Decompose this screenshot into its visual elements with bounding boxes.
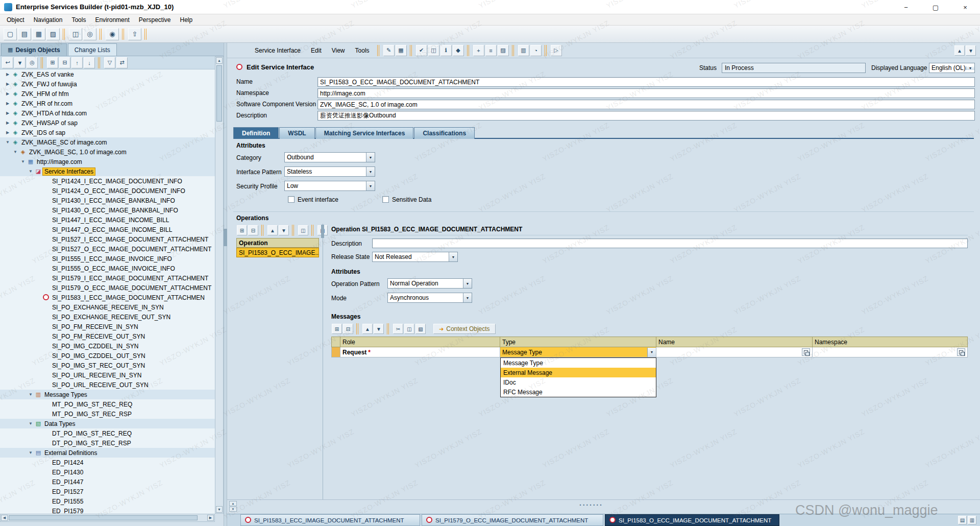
tree-label[interactable]: SI_PI1447_I_ECC_IMAGE_INCOME_BILL [50,216,171,224]
swap-view-icon[interactable]: ⇄ [116,57,128,68]
tree-label[interactable]: ED_PI1579 [50,507,85,514]
dropdown-option-external-message[interactable]: External Message [501,368,656,377]
search-icon[interactable]: ◎ [83,28,96,40]
dropdown-button-icon[interactable] [463,279,472,288]
tree-label[interactable]: ED_PI1527 [50,488,85,496]
tree-label[interactable]: SI_PO_URL_RECEIVE_IN_SYN [50,371,143,379]
tree-label[interactable]: SI_PO_URL_RECEIVE_OUT_SYN [50,381,151,389]
check-icon[interactable]: ✔ [416,45,427,56]
name-field[interactable]: SI_PI1583_O_ECC_IMAGE_DOCUMENT_ATTACHMEN… [317,77,975,87]
tree-label[interactable]: SI_PI1424_O_ECC_IMAGE_DOCUMENT_INFO [50,187,187,195]
tree-row[interactable]: ▼▥Message Types [0,390,215,399]
menu-environment[interactable]: Environment [90,15,134,25]
navigate-up-icon[interactable]: ⇧ [128,28,141,40]
tree-label[interactable]: SI_PI1579_I_ECC_IMAGE_DOCUMENT_ATTACHMEN… [50,274,210,282]
tree-row[interactable]: MT_PO_IMG_ST_REC_RSP [0,409,215,419]
tree-label[interactable]: DT_PO_IMG_ST_REC_RSP [50,439,133,447]
dropdown-option-rfc-message[interactable]: RFC Message [501,387,656,397]
operations-splitter-handle[interactable] [321,225,324,238]
tree-label[interactable]: SI_PI1527_I_ECC_IMAGE_DOCUMENT_ATTACHMEN… [50,235,210,244]
splitter-up-icon[interactable]: ▲ [229,501,237,506]
collapse-arrow-icon[interactable]: ▼ [27,421,34,426]
tree-row[interactable]: ▶◈ZVK_FWJ of fuwujia [0,79,215,89]
object-menu-view[interactable]: View [327,46,350,55]
tree-label[interactable]: Data Types [42,420,77,428]
dropdown-button-icon[interactable] [647,348,656,357]
tree-row[interactable]: SI_PO_EXCHANGE_RECEIVE_IN_SYN [0,302,215,312]
open-object-tab[interactable]: SI_PI1583_I_ECC_IMAGE_DOCUMENT_ATTACHMEN… [240,514,420,526]
tree-label[interactable]: External Definitions [42,449,99,457]
tree-row[interactable]: ED_PI1430 [0,467,215,477]
maximize-button[interactable]: ▢ [921,0,950,14]
value-help-icon[interactable] [802,348,810,356]
collapse-arrow-icon[interactable]: ▼ [27,169,34,174]
collapse-arrow-icon[interactable]: ▼ [19,159,27,164]
column-header-name[interactable]: Name [656,337,813,347]
copy-operation-icon[interactable]: ◫ [298,225,308,235]
dropdown-button-icon[interactable] [966,66,974,70]
tree-row[interactable]: SI_PI1583_I_ECC_IMAGE_DOCUMENT_ATTACHMEN [0,293,215,302]
object-menu-service-interface[interactable]: Service Interface [250,46,306,55]
tree-row[interactable]: ED_PI1447 [0,477,215,487]
move-down-icon[interactable]: ▼ [279,225,289,235]
dropdown-button-icon[interactable] [463,293,472,302]
column-header-role[interactable]: Role [340,337,500,347]
expand-arrow-icon[interactable]: ▶ [4,72,11,77]
tree-row[interactable]: SI_PI1579_O_ECC_IMAGE_DOCUMENT_ATTACHMEN… [0,283,215,293]
tree-row[interactable]: ▶◈ZVK_HFM of hfm [0,89,215,99]
print-icon[interactable]: ▨ [46,28,60,40]
close-tab-icon[interactable]: ▥ [968,516,976,524]
tree-row[interactable]: SI_PI1555_O_ECC_IMAGE_INVOICE_INFO [0,264,215,273]
search-next-icon[interactable]: ◉ [106,28,119,40]
tree-row[interactable]: ED_PI1527 [0,487,215,496]
tab-definition[interactable]: Definition [233,127,279,139]
scroll-down-icon[interactable]: ▼ [216,506,223,513]
tree-label[interactable]: SI_PO_IMG_CZDDEL_OUT_SYN [50,352,148,360]
expand-arrow-icon[interactable]: ▶ [4,130,11,135]
save-icon[interactable]: ▦ [396,45,407,56]
tree-label[interactable]: SI_PI1583_I_ECC_IMAGE_DOCUMENT_ATTACHMEN [50,294,207,302]
expand-arrow-icon[interactable]: ▶ [4,101,11,106]
tree-row[interactable]: DT_PO_IMG_ST_REC_REQ [0,428,215,438]
tab-overview-icon[interactable]: ▤ [958,516,967,524]
history-icon[interactable]: ◔ [530,45,542,56]
filter-icon[interactable]: ▽ [104,57,115,68]
tree-row[interactable]: ED_PI1579 [0,506,215,514]
bottom-splitter[interactable] [227,499,980,500]
tree-label[interactable]: ED_PI1555 [50,497,85,506]
move-down-icon[interactable]: ▼ [374,324,384,334]
tree-label[interactable]: SI_PO_EXCHANGE_RECEIVE_IN_SYN [50,303,166,312]
tab-matching-service-interfaces[interactable]: Matching Service Interfaces [315,127,414,139]
tree-label[interactable]: ZVK_HTDA of htda.com [19,109,89,117]
tree-row[interactable]: SI_PI1527_O_ECC_IMAGE_DOCUMENT_ATTACHMEN… [0,244,215,254]
tree-label[interactable]: SI_PO_FM_RECEIVE_OUT_SYN [50,332,147,341]
namespace-cell[interactable] [813,347,968,357]
tree-label[interactable]: SI_PI1527_O_ECC_IMAGE_DOCUMENT_ATTACHMEN… [50,245,213,253]
tree-label[interactable]: SI_PI1555_O_ECC_IMAGE_INVOICE_INFO [50,265,177,273]
dropdown-option-message-type[interactable]: Message Type [501,358,656,368]
tree-row[interactable]: SI_PO_URL_RECEIVE_OUT_SYN [0,380,215,390]
category-select[interactable]: Outbound [284,152,375,162]
role-cell[interactable]: Request * [340,347,500,357]
scroll-thumb[interactable] [216,65,222,122]
expand-arrow-icon[interactable]: ▶ [4,121,11,125]
where-used-icon[interactable]: ◆ [453,45,464,56]
tree-label[interactable]: SI_PI1579_O_ECC_IMAGE_DOCUMENT_ATTACHMEN… [50,284,213,292]
tree-label[interactable]: SI_PI1424_I_ECC_IMAGE_DOCUMENT_INFO [50,177,184,185]
tree-row[interactable]: SI_PI1424_I_ECC_IMAGE_DOCUMENT_INFO [0,176,215,186]
security-profile-select[interactable]: Low [284,181,375,191]
move-up-icon[interactable]: ▲ [267,225,278,235]
history-back-icon[interactable]: ↩ [2,57,13,68]
tree-label[interactable]: ZVK_IMAGE_SC of image.com [19,138,109,147]
paste-icon[interactable]: ▧ [415,324,426,334]
interface-pattern-select[interactable]: Stateless [284,166,375,177]
tree-label[interactable]: ZVK_IMAGE_SC, 1.0 of image.com [27,148,129,156]
release-state-select[interactable]: Not Released [372,252,458,262]
tree-label[interactable]: SI_PO_FM_RECEIVE_IN_SYN [50,323,140,331]
save-icon[interactable]: ▦ [32,28,45,40]
move-up-icon[interactable]: ▲ [362,324,373,334]
scroll-left-icon[interactable]: ◀ [1,515,8,521]
tree-row[interactable]: ▶◈ZVK_IDS of sap [0,128,215,137]
menu-navigation[interactable]: Navigation [29,15,67,25]
tree-label[interactable]: SI_PI1555_I_ECC_IMAGE_INVOICE_INFO [50,255,174,263]
